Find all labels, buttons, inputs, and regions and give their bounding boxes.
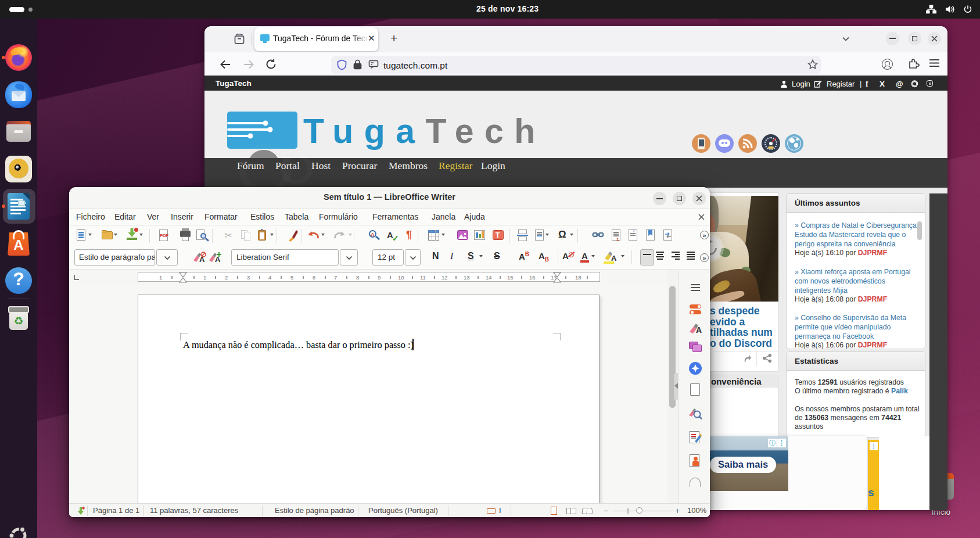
- svg-text:A: A: [215, 255, 221, 264]
- svg-text:A: A: [696, 325, 702, 335]
